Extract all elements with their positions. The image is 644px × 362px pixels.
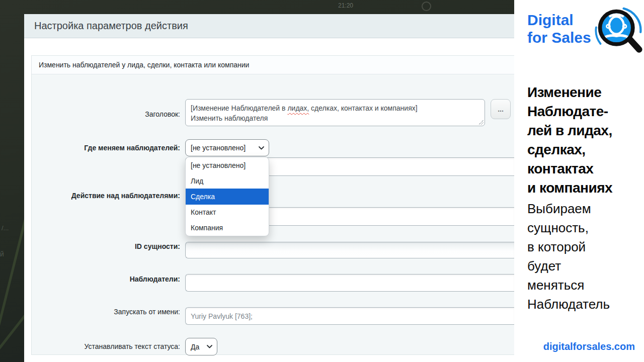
dialog-title: Настройка параметров действия (34, 20, 188, 32)
action-description: Изменить наблюдателей у лида, сделки, ко… (32, 56, 514, 74)
run-as-input[interactable]: Yuriy Pavlyuk [763]; (185, 307, 514, 325)
status-text-select-value: Да (191, 343, 199, 351)
chevron-down-icon (207, 345, 212, 348)
dropdown-option[interactable]: [не установлено] (186, 157, 269, 173)
dropdown-option[interactable]: Контакт (186, 205, 269, 220)
website-url: digitalforsales.com (543, 341, 635, 352)
field-label-observers: Наблюдатели: (35, 275, 180, 284)
sidebar-subtext: Выбираем сущность, в которой будет менят… (527, 199, 610, 314)
resize-grip-icon[interactable] (478, 120, 484, 125)
background-hint-text: /... (2, 224, 9, 232)
brand-name: Digital for Sales (527, 11, 591, 46)
title-textarea-line2: Изменить наблюдателя (191, 113, 479, 123)
observers-input[interactable] (185, 274, 514, 292)
where-select-dropdown: [не установлено] Лид Сделка Контакт Комп… (185, 157, 269, 236)
sidebar-heading: Изменение Наблюдате- лей в лидах, сделка… (527, 83, 612, 198)
where-select[interactable]: [не установлено] (185, 139, 269, 156)
dropdown-option[interactable]: Компания (186, 220, 269, 236)
background-avatar-blob (422, 2, 431, 11)
dropdown-option[interactable]: Лид (186, 173, 269, 189)
where-select-value: [не установлено] (191, 144, 246, 152)
field-label-entity-id: ID сущности: (35, 242, 180, 251)
field-label-where: Где меняем наблюдателей: (35, 144, 180, 152)
status-text-select[interactable]: Да (185, 338, 217, 355)
field-label-title: Заголовок: (35, 110, 180, 119)
screen: 21:20 /... й Настройка параметров действ… (0, 0, 644, 362)
ellipsis-button[interactable]: ... (491, 99, 511, 119)
misspelled-word: лидах, (287, 104, 309, 112)
magnifier-face-logo-icon (595, 7, 643, 55)
dropdown-option[interactable]: Сделка (186, 189, 269, 204)
action-settings-dialog: Настройка параметров действия Изменить н… (24, 14, 514, 362)
dialog-titlebar[interactable]: Настройка параметров действия (24, 14, 514, 38)
entity-id-input[interactable] (185, 242, 514, 258)
field-label-run-as: Запускать от имени: (35, 308, 180, 316)
title-textarea[interactable]: [Изменение Наблюдателей в лидах, сделках… (185, 99, 485, 126)
field-label-action: Действие над наблюдателями: (35, 192, 180, 200)
branding-sidebar: Digital for Sales Изменение Наблюдате- л… (514, 0, 644, 362)
title-textarea-line1: [Изменение Наблюдателей в лидах, сделках… (191, 103, 479, 113)
background-clock: 21:20 (338, 2, 353, 9)
background-hint-text: й (0, 250, 4, 258)
chevron-down-icon (259, 146, 264, 150)
field-label-status-text: Устанавливать текст статуса: (35, 342, 180, 351)
